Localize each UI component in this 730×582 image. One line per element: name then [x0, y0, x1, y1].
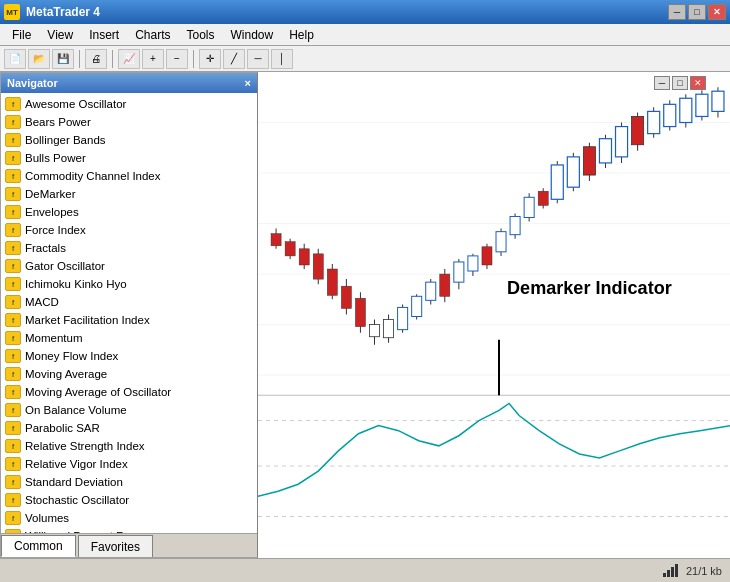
- nav-item-15[interactable]: fMoving Average: [1, 365, 257, 383]
- toolbar-crosshair[interactable]: ✛: [199, 49, 221, 69]
- nav-item-icon: f: [5, 115, 21, 129]
- nav-item-label: Bulls Power: [25, 152, 86, 164]
- minimize-button[interactable]: ─: [668, 4, 686, 20]
- nav-item-19[interactable]: fRelative Strength Index: [1, 437, 257, 455]
- nav-item-label: Force Index: [25, 224, 86, 236]
- nav-item-23[interactable]: fVolumes: [1, 509, 257, 527]
- nav-item-0[interactable]: fAwesome Oscillator: [1, 95, 257, 113]
- nav-item-label: Bears Power: [25, 116, 91, 128]
- nav-item-9[interactable]: fGator Oscillator: [1, 257, 257, 275]
- nav-item-14[interactable]: fMoney Flow Index: [1, 347, 257, 365]
- navigator-panel: Navigator × fAwesome OscillatorfBears Po…: [0, 72, 258, 558]
- toolbar-separator-2: [112, 50, 113, 68]
- toolbar-new[interactable]: 📄: [4, 49, 26, 69]
- toolbar-zoom-in[interactable]: +: [142, 49, 164, 69]
- toolbar: 📄 📂 💾 🖨 📈 + − ✛ ╱ ─ │: [0, 46, 730, 72]
- chart-svg-container: Demarker Indicator: [258, 72, 730, 558]
- svg-rect-42: [496, 232, 506, 252]
- nav-item-label: On Balance Volume: [25, 404, 127, 416]
- svg-rect-10: [271, 234, 281, 246]
- svg-rect-36: [454, 262, 464, 282]
- navigator-header: Navigator ×: [1, 73, 257, 93]
- svg-rect-32: [426, 282, 436, 300]
- svg-rect-46: [524, 197, 534, 217]
- toolbar-open[interactable]: 📂: [28, 49, 50, 69]
- nav-item-18[interactable]: fParabolic SAR: [1, 419, 257, 437]
- nav-item-6[interactable]: fEnvelopes: [1, 203, 257, 221]
- nav-item-icon: f: [5, 295, 21, 309]
- menu-item-window[interactable]: Window: [223, 26, 282, 44]
- app-icon: MT: [4, 4, 20, 20]
- nav-item-label: DeMarker: [25, 188, 75, 200]
- menu-item-file[interactable]: File: [4, 26, 39, 44]
- nav-item-8[interactable]: fFractals: [1, 239, 257, 257]
- nav-item-13[interactable]: fMomentum: [1, 329, 257, 347]
- toolbar-horizontal[interactable]: ─: [247, 49, 269, 69]
- status-bar: 21/1 kb: [0, 558, 730, 582]
- toolbar-separator-1: [79, 50, 80, 68]
- nav-item-3[interactable]: fBulls Power: [1, 149, 257, 167]
- svg-rect-26: [384, 320, 394, 338]
- nav-tab-favorites[interactable]: Favorites: [78, 535, 153, 557]
- svg-rect-54: [583, 147, 595, 175]
- menu-item-view[interactable]: View: [39, 26, 81, 44]
- nav-item-5[interactable]: fDeMarker: [1, 185, 257, 203]
- toolbar-save[interactable]: 💾: [52, 49, 74, 69]
- nav-item-20[interactable]: fRelative Vigor Index: [1, 455, 257, 473]
- nav-item-label: Relative Strength Index: [25, 440, 145, 452]
- toolbar-separator-3: [193, 50, 194, 68]
- svg-rect-70: [712, 91, 724, 111]
- nav-item-22[interactable]: fStochastic Oscillator: [1, 491, 257, 509]
- nav-item-21[interactable]: fStandard Deviation: [1, 473, 257, 491]
- close-button[interactable]: ✕: [708, 4, 726, 20]
- nav-item-icon: f: [5, 151, 21, 165]
- navigator-list[interactable]: fAwesome OscillatorfBears PowerfBollinge…: [1, 93, 257, 533]
- nav-item-label: MACD: [25, 296, 59, 308]
- svg-rect-24: [369, 325, 379, 337]
- menu-item-tools[interactable]: Tools: [179, 26, 223, 44]
- nav-item-label: Momentum: [25, 332, 83, 344]
- nav-item-icon: f: [5, 493, 21, 507]
- chart-inner-buttons: ─ □ ✕: [654, 76, 706, 90]
- nav-item-1[interactable]: fBears Power: [1, 113, 257, 131]
- maximize-button[interactable]: □: [688, 4, 706, 20]
- nav-item-11[interactable]: fMACD: [1, 293, 257, 311]
- nav-item-icon: f: [5, 187, 21, 201]
- toolbar-zoom-out[interactable]: −: [166, 49, 188, 69]
- nav-item-2[interactable]: fBollinger Bands: [1, 131, 257, 149]
- menu-item-insert[interactable]: Insert: [81, 26, 127, 44]
- nav-item-label: Market Facilitation Index: [25, 314, 150, 326]
- chart-minimize-button[interactable]: ─: [654, 76, 670, 90]
- nav-item-4[interactable]: fCommodity Channel Index: [1, 167, 257, 185]
- toolbar-print[interactable]: 🖨: [85, 49, 107, 69]
- nav-item-icon: f: [5, 331, 21, 345]
- nav-item-16[interactable]: fMoving Average of Oscillator: [1, 383, 257, 401]
- svg-rect-18: [327, 269, 337, 295]
- nav-item-icon: f: [5, 241, 21, 255]
- nav-tab-common[interactable]: Common: [1, 535, 76, 557]
- chart-maximize-button[interactable]: □: [672, 76, 688, 90]
- nav-item-label: Relative Vigor Index: [25, 458, 128, 470]
- svg-rect-22: [355, 298, 365, 326]
- svg-rect-68: [696, 94, 708, 116]
- nav-item-7[interactable]: fForce Index: [1, 221, 257, 239]
- menu-item-charts[interactable]: Charts: [127, 26, 178, 44]
- nav-item-label: Standard Deviation: [25, 476, 123, 488]
- nav-item-12[interactable]: fMarket Facilitation Index: [1, 311, 257, 329]
- svg-rect-40: [482, 247, 492, 265]
- navigator-close-button[interactable]: ×: [245, 77, 251, 89]
- toolbar-vertical[interactable]: │: [271, 49, 293, 69]
- svg-rect-16: [313, 254, 323, 279]
- nav-item-label: Stochastic Oscillator: [25, 494, 129, 506]
- nav-item-10[interactable]: fIchimoku Kinko Hyo: [1, 275, 257, 293]
- menu-item-help[interactable]: Help: [281, 26, 322, 44]
- nav-item-icon: f: [5, 475, 21, 489]
- svg-rect-60: [632, 116, 644, 144]
- nav-item-icon: f: [5, 277, 21, 291]
- toolbar-line[interactable]: ╱: [223, 49, 245, 69]
- nav-item-icon: f: [5, 223, 21, 237]
- nav-item-17[interactable]: fOn Balance Volume: [1, 401, 257, 419]
- svg-rect-28: [398, 307, 408, 329]
- toolbar-chart[interactable]: 📈: [118, 49, 140, 69]
- chart-close-button[interactable]: ✕: [690, 76, 706, 90]
